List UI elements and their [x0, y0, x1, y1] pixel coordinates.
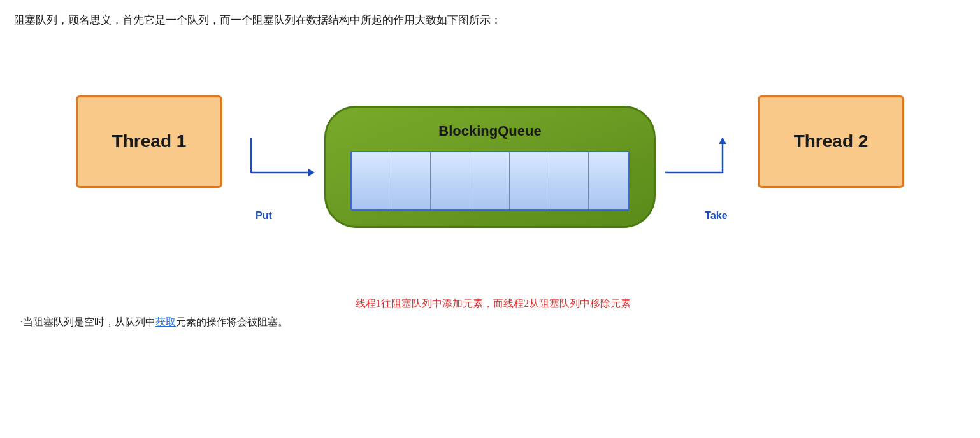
svg-marker-5	[719, 138, 726, 144]
diagram-area: Thread 1 Put BlockingQueue	[14, 43, 966, 291]
thread1-label: Thread 1	[112, 131, 187, 152]
queue-container: BlockingQueue	[324, 106, 656, 228]
queue-cell	[589, 152, 628, 209]
queue-title: BlockingQueue	[438, 123, 541, 139]
queue-cells	[350, 151, 630, 211]
queue-cell	[510, 152, 549, 209]
caption-line1-post: 而线程2从阻塞队列中移除元素	[493, 298, 631, 309]
thread2-label: Thread 2	[794, 131, 868, 152]
put-label: Put	[256, 210, 272, 222]
thread2-box: Thread 2	[758, 95, 904, 188]
thread1-box: Thread 1	[76, 95, 222, 188]
put-arrow-svg	[232, 138, 315, 208]
svg-marker-2	[308, 169, 315, 176]
queue-cell	[470, 152, 510, 209]
queue-cell	[391, 152, 431, 209]
caption-line1-pre: 线程1往阻塞队列中添加元素，	[356, 298, 493, 309]
caption-line2-link: 获取	[155, 316, 176, 327]
arrow-left-area: Put	[222, 138, 324, 222]
arrow-right-area: Take	[656, 138, 758, 222]
caption-area: 线程1往阻塞队列中添加元素，而线程2从阻塞队列中移除元素 ·当阻塞队列是空时，从…	[14, 297, 966, 329]
queue-cell	[431, 152, 470, 209]
queue-cell	[549, 152, 589, 209]
caption-line2-post: 元素的操作将会被阻塞。	[176, 316, 288, 327]
intro-text: 阻塞队列，顾名思义，首先它是一个队列，而一个阻塞队列在数据结构中所起的作用大致如…	[14, 11, 966, 29]
take-label: Take	[705, 210, 727, 222]
caption-line2-pre: ·当阻塞队列是空时，从队列中	[20, 316, 155, 327]
caption-line1: 线程1往阻塞队列中添加元素，而线程2从阻塞队列中移除元素	[20, 297, 966, 311]
caption-line2: ·当阻塞队列是空时，从队列中获取元素的操作将会被阻塞。	[20, 316, 966, 329]
queue-cell	[352, 152, 391, 209]
take-arrow-svg	[665, 138, 748, 208]
